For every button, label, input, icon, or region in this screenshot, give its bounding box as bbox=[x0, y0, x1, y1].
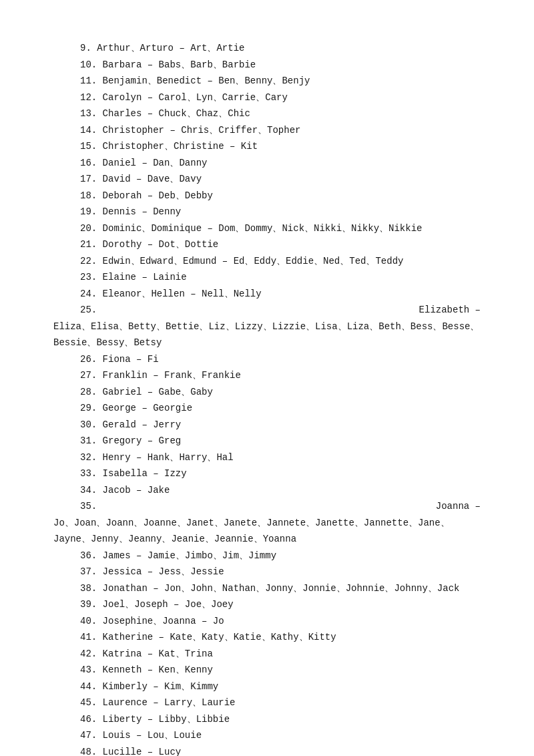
list-item-continuation: Eliza、Elisa、Betty、Bettie、Liz、Lizzy、Lizzi… bbox=[53, 319, 481, 351]
list-item: 18. Deborah – Deb、Debby bbox=[53, 188, 481, 204]
list-item: 16. Daniel – Dan、Danny bbox=[53, 155, 481, 172]
list-item: 38. Jonathan – Jon、John、Nathan、Jonny、Jon… bbox=[53, 580, 481, 597]
list-item: 28. Gabriel – Gabe、Gaby bbox=[53, 384, 481, 401]
list-item: 40. Josephine、Joanna – Jo bbox=[53, 613, 481, 630]
list-item: 42. Katrina – Kat、Trina bbox=[53, 646, 481, 663]
list-item: 41. Katherine – Kate、Katy、Katie、Kathy、Ki… bbox=[53, 629, 481, 646]
list-item: 15. Christopher、Christine – Kit bbox=[53, 138, 481, 155]
list-item: 45. Laurence – Larry、Laurie bbox=[53, 695, 481, 711]
list-item: 29. George – Georgie bbox=[53, 400, 481, 417]
list-item: 31. Gregory – Greg bbox=[53, 433, 481, 449]
list-item: 11. Benjamin、Benedict – Ben、Benny、Benjy bbox=[53, 73, 481, 89]
list-item: 47. Louis – Lou、Louie bbox=[53, 727, 481, 744]
list-item: 13. Charles – Chuck、Chaz、Chic bbox=[53, 106, 481, 122]
list-item-text: Elizabeth – bbox=[419, 302, 481, 319]
main-content: 9. Arthur、Arturo – Art、Artie10. Barbara … bbox=[0, 40, 534, 756]
list-item: 33. Isabella – Izzy bbox=[53, 465, 481, 482]
list-item: 46. Liberty – Libby、Libbie bbox=[53, 711, 481, 728]
list-item: 10. Barbara – Babs、Barb、Barbie bbox=[53, 57, 481, 73]
list-item: 43. Kenneth – Ken、Kenny bbox=[53, 662, 481, 679]
list-item: 14. Christopher – Chris、Criffer、Topher bbox=[53, 122, 481, 139]
list-item: 21. Dorothy – Dot、Dottie bbox=[53, 236, 481, 253]
list-item-first-line: 25.Elizabeth – bbox=[53, 302, 481, 319]
list-item: 9. Arthur、Arturo – Art、Artie bbox=[53, 40, 481, 57]
list-item: 37. Jessica – Jess、Jessie bbox=[53, 564, 481, 580]
list-item: 30. Gerald – Jerry bbox=[53, 417, 481, 433]
list-item: 26. Fiona – Fi bbox=[53, 351, 481, 368]
list-item-first-line: 35.Joanna – bbox=[53, 498, 481, 515]
list-item-number: 35. bbox=[80, 498, 100, 515]
list-item: 20. Dominic、Dominique – Dom、Dommy、Nick、N… bbox=[53, 220, 481, 237]
list-item: 12. Carolyn – Carol、Lyn、Carrie、Cary bbox=[53, 89, 481, 106]
list-item: 34. Jacob – Jake bbox=[53, 482, 481, 499]
list-item: 39. Joel、Joseph – Joe、Joey bbox=[53, 596, 481, 613]
list-item-text: Joanna – bbox=[436, 498, 481, 515]
list-item: 48. Lucille – Lucy bbox=[53, 744, 481, 757]
list-item: 32. Henry – Hank、Harry、Hal bbox=[53, 449, 481, 466]
list-item: 22. Edwin、Edward、Edmund – Ed、Eddy、Eddie、… bbox=[53, 253, 481, 270]
list-item-continuation: Jo、Joan、Joann、Joanne、Janet、Janete、Jannet… bbox=[53, 515, 481, 548]
list-item: 17. David – Dave、Davy bbox=[53, 171, 481, 188]
list-item-number: 25. bbox=[80, 302, 100, 319]
list-item: 27. Franklin – Frank、Frankie bbox=[53, 367, 481, 384]
list-item-wrap: 25.Elizabeth –Eliza、Elisa、Betty、Bettie、L… bbox=[53, 302, 481, 351]
list-item: 36. James – Jamie、Jimbo、Jim、Jimmy bbox=[53, 548, 481, 564]
list-item-wrap: 35.Joanna –Jo、Joan、Joann、Joanne、Janet、Ja… bbox=[53, 498, 481, 548]
list-item: 44. Kimberly – Kim、Kimmy bbox=[53, 679, 481, 695]
list-item: 19. Dennis – Denny bbox=[53, 204, 481, 220]
list-item: 23. Elaine – Lainie bbox=[53, 269, 481, 286]
name-list: 9. Arthur、Arturo – Art、Artie10. Barbara … bbox=[53, 40, 481, 756]
list-item: 24. Eleanor、Hellen – Nell、Nelly bbox=[53, 286, 481, 303]
